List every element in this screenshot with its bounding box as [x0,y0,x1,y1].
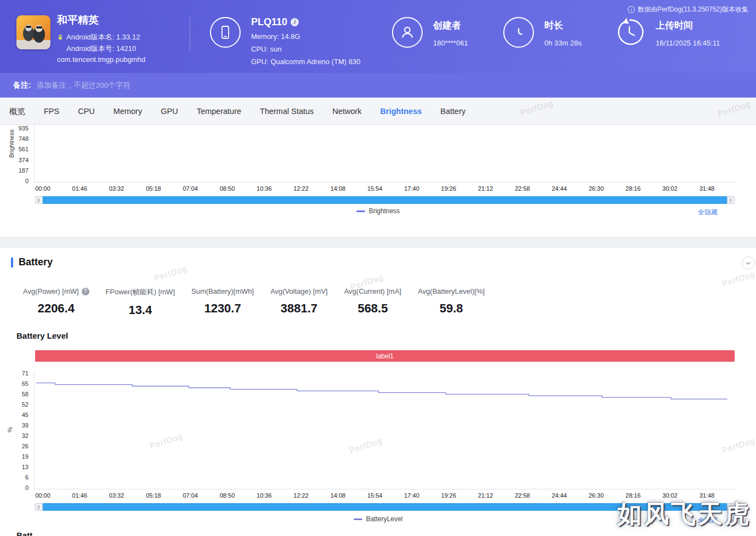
x-tick: 10:36 [257,185,272,192]
phone-icon [210,17,241,48]
device-memory: Memory: 14.8G [251,32,360,41]
metric-label: FPower(帧能耗) [mW] [106,287,175,297]
scrollbar-left-handle[interactable] [35,503,43,511]
metric-4: Avg(Current) [mA]568.5 [344,287,402,317]
tab-brightness[interactable]: Brightness [371,98,431,125]
duration-value: 0h 33m 28s [544,39,582,47]
battery-left-axis [34,371,35,489]
y-tick: 52 [10,401,29,408]
x-tick: 24:44 [552,492,567,499]
y-tick: 935 [10,125,29,132]
remark-bar: 备注: [0,73,756,98]
creator-value: 180****061 [433,39,468,47]
metric-3: Avg(Voltage) [mV]3881.7 [270,287,328,317]
metric-label: Avg(Voltage) [mV] [270,287,328,295]
tab-概览[interactable]: 概览 [0,98,35,125]
y-tick: 39 [10,421,29,429]
upload-value: 16/11/2025 16:45:11 [656,39,720,47]
android-version-name: Android版本名: 1.33.12 [66,32,140,42]
header-divider [190,16,190,50]
tab-gpu[interactable]: GPU [151,98,187,125]
brightness-scrollbar[interactable] [35,196,735,204]
y-tick: 561 [10,145,29,153]
android-version-code: Android版本号: 14210 [66,44,136,54]
device-block: PLQ110 i Memory: 14.8G CPU: sun GPU: Qua… [251,16,360,66]
brightness-legend-dash [356,210,365,212]
y-tick: 58 [10,390,29,398]
info-icon: i [628,6,635,13]
battery-title-text: Battery [19,256,53,268]
x-tick: 26:30 [589,185,604,192]
battery-legend-label: BatteryLevel [366,515,403,523]
metric-1: FPower(帧能耗) [mW]13.4 [106,287,175,317]
y-tick: 65 [10,380,29,387]
x-tick: 19:26 [441,492,457,499]
battery-panel: Battery Avg(Power) [mW]?2206.4FPower(帧能耗… [0,248,756,536]
brightness-xaxis: 00:0001:4603:3205:1807:0408:5010:3612:22… [35,185,735,193]
chevron-down-icon [746,260,751,266]
tab-memory[interactable]: Memory [104,98,151,125]
battery-level-title: Battery Level [16,331,68,340]
x-tick: 03:32 [109,492,124,499]
x-tick: 14:08 [331,492,346,499]
grip-icon [38,198,41,202]
upload-block: 上传时间 16/11/2025 16:45:11 [656,19,720,47]
help-icon[interactable]: ? [82,288,89,295]
x-tick: 22:58 [515,492,530,499]
battery-legend-dash [354,518,362,520]
x-tick: 21:12 [478,185,493,192]
x-tick: 05:18 [146,185,161,192]
y-tick: 748 [10,135,29,142]
remark-input[interactable] [37,81,267,89]
scrollbar-right-handle[interactable] [727,196,735,204]
scrollbar-right-handle[interactable] [727,503,735,511]
grip-icon [730,198,732,202]
clock-icon [503,17,534,48]
scrollbar-left-handle[interactable] [35,196,43,204]
battery-yaxis: 7165585245393226191360 [12,369,31,497]
tab-battery[interactable]: Battery [431,98,475,125]
x-tick: 01:46 [72,185,88,192]
tab-network[interactable]: Network [323,98,371,125]
label1-banner: label1 [35,350,735,362]
tab-fps[interactable]: FPS [35,98,69,125]
app-meta: 和平精英 Android版本名: 1.33.12 Android版本号: 142… [57,13,145,64]
tab-thermal-status[interactable]: Thermal Status [251,98,323,125]
scrollbar-track[interactable] [43,196,727,204]
metric-label: Sum(Battery)[mWh] [191,287,254,295]
battery-scrollbar[interactable] [35,503,735,511]
brightness-panel: Brightness 9357485613741870 00:0001:4603… [0,125,756,237]
x-tick: 26:30 [589,492,604,499]
x-tick: 19:26 [441,185,457,192]
x-tick: 28:16 [626,492,641,499]
tab-temperature[interactable]: Temperature [187,98,251,125]
x-tick: 22:58 [515,185,530,192]
creator-block: 创建者 180****061 [433,19,468,47]
device-info-icon[interactable]: i [291,18,299,26]
metric-value: 59.8 [418,301,485,316]
grip-icon [730,505,732,509]
android-icon [57,34,64,41]
x-tick: 17:40 [404,492,419,499]
y-tick: 6 [10,474,29,481]
battery-hide-all-link[interactable]: 全隐藏 [698,516,718,525]
brightness-legend[interactable]: Brightness [356,207,400,215]
tab-cpu[interactable]: CPU [69,98,104,125]
x-tick: 21:12 [478,492,493,499]
x-tick: 08:50 [220,492,235,499]
x-tick: 12:22 [293,185,309,192]
app-icon [16,15,50,49]
scrollbar-track[interactable] [43,503,727,511]
collapse-button[interactable] [742,256,755,270]
x-tick: 01:46 [72,492,88,499]
app-package: com.tencent.tmgp.pubgmhd [57,55,145,64]
battery-legend[interactable]: BatteryLevel [354,515,403,523]
x-tick: 07:04 [183,185,198,192]
x-tick: 31:48 [700,185,715,192]
brightness-hide-all-link[interactable]: 全隐藏 [698,208,718,217]
device-gpu: GPU: Qualcomm Adreno (TM) 830 [251,58,360,66]
x-tick: 05:18 [146,492,161,499]
person-icon [392,17,423,48]
y-tick: 26 [10,442,29,450]
header: i 数据由PerfDog(11.3.250752)版本收集 和平精英 [0,0,756,73]
